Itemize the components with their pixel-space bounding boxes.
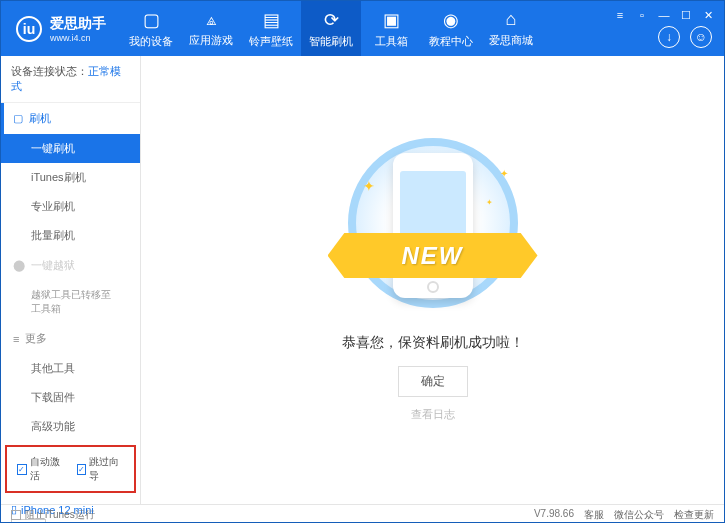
sidebar-item-download-firmware[interactable]: 下载固件	[1, 383, 140, 412]
options-highlight: ✓自动激活 ✓跳过向导	[5, 445, 136, 493]
skin-icon[interactable]: ▫	[634, 7, 650, 23]
block-itunes-checkbox[interactable]: 阻止iTunes运行	[11, 508, 95, 522]
window-controls: ≡ ▫ — ☐ ✕	[612, 7, 716, 23]
tutorial-icon: ◉	[443, 9, 459, 31]
main-content: ✦✦✦ NEW 恭喜您，保资料刷机成功啦！ 确定 查看日志	[141, 56, 724, 504]
apps-icon: ⟁	[206, 9, 217, 30]
success-illustration: ✦✦✦ NEW	[338, 138, 528, 318]
sidebar-item-one-click-flash[interactable]: 一键刷机	[1, 134, 140, 163]
sidebar: 设备连接状态：正常模式 ▢ 刷机 一键刷机 iTunes刷机 专业刷机 批量刷机…	[1, 56, 141, 504]
sidebar-item-pro-flash[interactable]: 专业刷机	[1, 192, 140, 221]
more-icon: ≡	[13, 333, 19, 345]
toolbox-icon: ▣	[383, 9, 400, 31]
tab-my-device[interactable]: ▢我的设备	[121, 1, 181, 56]
tab-apps[interactable]: ⟁应用游戏	[181, 1, 241, 56]
ok-button[interactable]: 确定	[398, 366, 468, 397]
section-jailbreak: ⬤ 一键越狱	[1, 250, 140, 281]
connection-status: 设备连接状态：正常模式	[1, 56, 140, 103]
sidebar-item-advanced[interactable]: 高级功能	[1, 412, 140, 441]
minimize-icon[interactable]: —	[656, 7, 672, 23]
success-message: 恭喜您，保资料刷机成功啦！	[342, 334, 524, 352]
header-actions: ↓ ☺	[658, 26, 712, 48]
menu-icon[interactable]: ≡	[612, 7, 628, 23]
flash-section-icon: ▢	[13, 112, 23, 125]
auto-activate-checkbox[interactable]: ✓自动激活	[17, 455, 65, 483]
sidebar-item-itunes-flash[interactable]: iTunes刷机	[1, 163, 140, 192]
app-name: 爱思助手	[50, 15, 106, 33]
section-more[interactable]: ≡ 更多	[1, 323, 140, 354]
store-icon: ⌂	[506, 9, 517, 30]
close-icon[interactable]: ✕	[700, 7, 716, 23]
logo-icon: iu	[16, 16, 42, 42]
jailbreak-note: 越狱工具已转移至 工具箱	[1, 281, 140, 323]
flash-icon: ⟳	[324, 9, 339, 31]
tab-toolbox[interactable]: ▣工具箱	[361, 1, 421, 56]
tab-store[interactable]: ⌂爱思商城	[481, 1, 541, 56]
new-ribbon: NEW	[328, 233, 538, 278]
sidebar-item-other-tools[interactable]: 其他工具	[1, 354, 140, 383]
lock-icon: ⬤	[13, 259, 25, 272]
footer-support[interactable]: 客服	[584, 508, 604, 522]
user-icon[interactable]: ☺	[690, 26, 712, 48]
maximize-icon[interactable]: ☐	[678, 7, 694, 23]
sidebar-item-batch-flash[interactable]: 批量刷机	[1, 221, 140, 250]
skip-guide-checkbox[interactable]: ✓跳过向导	[77, 455, 125, 483]
footer-wechat[interactable]: 微信公众号	[614, 508, 664, 522]
app-url: www.i4.cn	[50, 33, 106, 43]
media-icon: ▤	[263, 9, 280, 31]
device-icon: ▢	[143, 9, 160, 31]
tab-ringtones[interactable]: ▤铃声壁纸	[241, 1, 301, 56]
download-icon[interactable]: ↓	[658, 26, 680, 48]
section-flash[interactable]: ▢ 刷机	[1, 103, 140, 134]
logo-area: iu 爱思助手 www.i4.cn	[1, 15, 121, 43]
footer-update[interactable]: 检查更新	[674, 508, 714, 522]
tab-smart-flash[interactable]: ⟳智能刷机	[301, 1, 361, 56]
version-label: V7.98.66	[534, 508, 574, 522]
app-header: iu 爱思助手 www.i4.cn ▢我的设备 ⟁应用游戏 ▤铃声壁纸 ⟳智能刷…	[1, 1, 724, 56]
tab-tutorials[interactable]: ◉教程中心	[421, 1, 481, 56]
view-log-link[interactable]: 查看日志	[411, 407, 455, 422]
